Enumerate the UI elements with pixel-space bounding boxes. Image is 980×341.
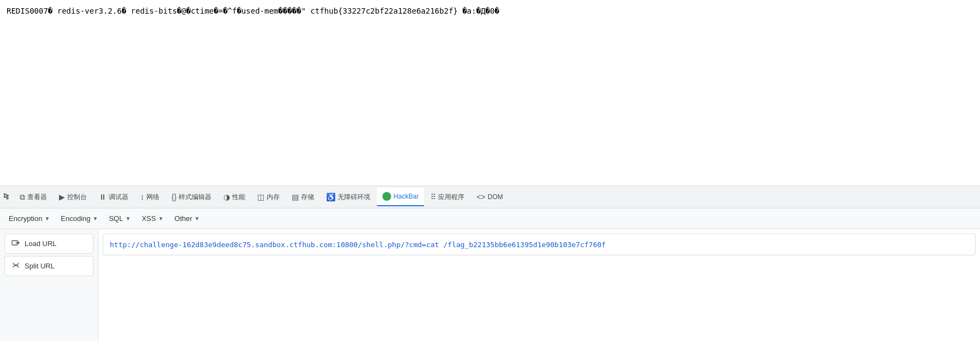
tab-performance[interactable]: ◑ 性能 [218,188,251,206]
hackbar-body: Load URL Split URL CSDN @燕雀安知鸿鹄之志哉. [0,229,980,341]
tab-hackbar-label: HackBar [393,193,418,200]
tab-console[interactable]: ▶ 控制台 [54,188,92,206]
load-url-label: Load URL [25,240,57,248]
split-url-label: Split URL [25,262,55,270]
viewer-icon: ⧉ [20,193,25,202]
tab-storage[interactable]: ▤ 存储 [286,188,320,206]
xss-dropdown-btn[interactable]: XSS ▼ [137,211,168,226]
hackbar-toolbar: Encryption ▼ Encoding ▼ SQL ▼ XSS ▼ Othe… [0,208,980,229]
tab-network[interactable]: ↕ 网络 [135,188,165,206]
encryption-dropdown-btn[interactable]: Encryption ▼ [4,211,54,226]
svg-point-1 [15,265,17,266]
tab-style-editor-label: 样式编辑器 [179,193,211,202]
encoding-label: Encoding [61,214,90,223]
debugger-icon: ⏸ [99,193,107,201]
other-label: Other [174,214,192,223]
tab-apps-label: 应用程序 [438,193,464,202]
tab-debugger[interactable]: ⏸ 调试器 [93,188,134,206]
storage-icon: ▤ [292,193,299,201]
split-url-icon [11,261,20,271]
split-url-button[interactable]: Split URL [4,256,93,276]
tab-memory-label: 内存 [267,193,280,202]
tab-dom-label: DOM [488,193,503,201]
tab-dom[interactable]: <> DOM [471,188,508,206]
tab-viewer-label: 查看器 [27,193,47,202]
tab-memory[interactable]: ◫ 内存 [252,188,285,206]
sql-dropdown-btn[interactable]: SQL ▼ [104,211,135,226]
memory-icon: ◫ [257,193,264,201]
url-input[interactable] [103,234,976,255]
tab-storage-label: 存储 [301,193,314,202]
other-dropdown-btn[interactable]: Other ▼ [170,211,204,226]
sql-label: SQL [109,214,123,223]
tab-accessibility-label: 无障碍环境 [338,193,370,202]
apps-icon: ⠿ [430,193,436,201]
tab-network-label: 网络 [146,193,160,202]
encoding-dropdown-btn[interactable]: Encoding ▼ [56,211,102,226]
tab-accessibility[interactable]: ♿ 无障碍环境 [321,188,376,206]
hackbar-url-area [98,229,980,341]
tab-hackbar[interactable]: HackBar [377,188,424,206]
redis-output: REDIS0007� redis-ver3.2.6� redis-bits�@�… [7,5,973,17]
other-dropdown-arrow: ▼ [194,216,200,222]
inspect-icon-tab[interactable] [2,192,13,202]
encryption-dropdown-arrow: ▼ [44,216,50,222]
load-url-icon [11,238,20,249]
encryption-label: Encryption [9,214,42,223]
tab-performance-label: 性能 [232,193,245,202]
hackbar-circle-icon [382,192,391,201]
tab-viewer[interactable]: ⧉ 查看器 [14,188,52,206]
network-icon: ↕ [140,193,144,201]
console-icon: ▶ [59,193,65,201]
sql-dropdown-arrow: ▼ [125,216,131,222]
performance-icon: ◑ [223,193,230,201]
dom-icon: <> [476,193,485,201]
main-content: REDIS0007� redis-ver3.2.6� redis-bits�@�… [0,0,980,186]
tab-style-editor[interactable]: {} 样式编辑器 [166,188,217,206]
tab-apps[interactable]: ⠿ 应用程序 [425,188,470,206]
hackbar-sidebar: Load URL Split URL [0,229,98,341]
tab-console-label: 控制台 [67,193,87,202]
xss-dropdown-arrow: ▼ [158,216,163,222]
accessibility-icon: ♿ [326,193,335,201]
encoding-dropdown-arrow: ▼ [93,216,98,222]
load-url-button[interactable]: Load URL [4,234,93,254]
tab-debugger-label: 调试器 [109,193,128,202]
xss-label: XSS [141,214,156,223]
devtools-toolbar: ⧉ 查看器 ▶ 控制台 ⏸ 调试器 ↕ 网络 {} 样式编辑器 ◑ 性能 ◫ 内… [0,186,980,208]
style-editor-icon: {} [172,193,176,201]
